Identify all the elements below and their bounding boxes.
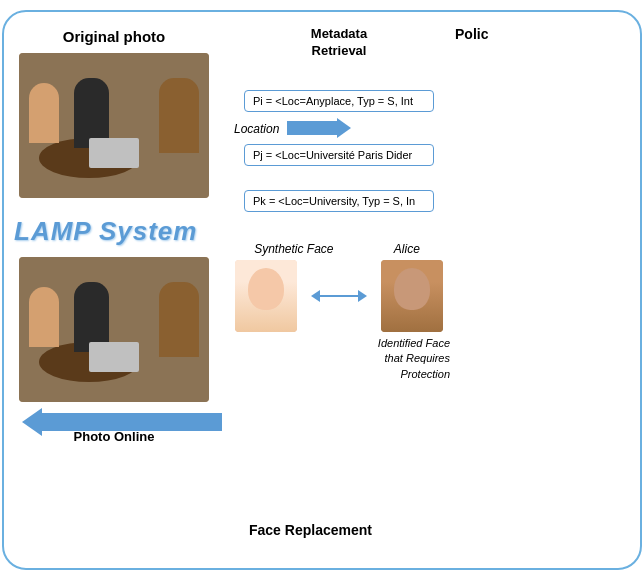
face-comparison-arrow xyxy=(319,295,359,297)
original-photo-box xyxy=(19,53,209,198)
bottom-left-arrow xyxy=(22,408,222,436)
face-section: Synthetic Face Alice Identified Facethat… xyxy=(224,242,454,382)
face-labels-row: Synthetic Face Alice xyxy=(224,242,454,256)
middle-panel: MetadataRetrieval Pi = <Loc=Anyplace, Ty… xyxy=(224,12,454,568)
identified-face-label: Identified Facethat RequiresProtection xyxy=(224,336,454,382)
main-container: Original photo LAMP System xyxy=(2,10,642,570)
photo-person-6 xyxy=(159,282,199,357)
double-arrow-line xyxy=(319,295,359,297)
modified-photo-image xyxy=(19,257,209,402)
photo-person-3 xyxy=(159,78,199,153)
left-panel: Original photo LAMP System xyxy=(4,12,224,568)
photo-person-4 xyxy=(29,287,59,347)
modified-photo-box xyxy=(19,257,209,402)
policy-pk-box: Pk = <Loc=University, Typ = S, In xyxy=(244,190,434,212)
photo-laptop-2 xyxy=(89,342,139,372)
synthetic-face-render xyxy=(235,260,297,332)
lamp-system-label: LAMP System xyxy=(14,216,224,247)
original-photo-label: Original photo xyxy=(4,28,224,45)
alice-face-render xyxy=(381,260,443,332)
original-photo-image xyxy=(19,53,209,198)
synthetic-face-label: Synthetic Face xyxy=(254,242,333,256)
location-label: Location xyxy=(234,122,279,136)
alice-label: Alice xyxy=(394,242,420,256)
arrow-head-left xyxy=(22,408,42,436)
policy-header: Polic xyxy=(455,26,640,42)
face-replacement-label: Face Replacement xyxy=(249,522,372,538)
synthetic-face-image xyxy=(235,260,297,332)
arrow-body-bottom xyxy=(42,413,222,431)
right-panel: Polic xyxy=(445,12,640,568)
photo-laptop xyxy=(89,138,139,168)
policy-pi-box: Pi = <Loc=Anyplace, Typ = S, Int xyxy=(244,90,434,112)
photo-person-1 xyxy=(29,83,59,143)
policy-pj-box: Pj = <Loc=Université Paris Dider xyxy=(244,144,434,166)
alice-face-image xyxy=(381,260,443,332)
faces-row xyxy=(224,260,454,332)
metadata-retrieval-label: MetadataRetrieval xyxy=(224,26,454,60)
